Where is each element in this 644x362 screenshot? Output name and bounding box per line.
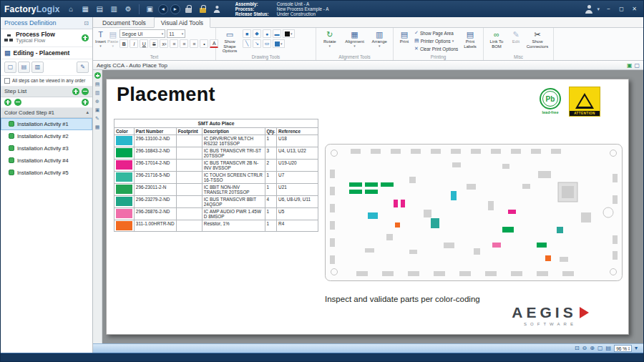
release-lock-button[interactable]	[197, 3, 209, 15]
edit-document-button[interactable]: ✎	[77, 62, 89, 73]
tab-visual-aid-tools[interactable]: Visual Aid Tools	[154, 17, 210, 28]
show-page-area-button[interactable]: ✓ Show Page Area	[414, 29, 459, 36]
process-flow-row[interactable]: Process Flow Typical Flow	[1, 29, 92, 47]
add-group-icon[interactable]	[82, 99, 89, 106]
check-icon: ✓	[414, 30, 419, 36]
zoom-in-icon[interactable]: ⊕	[590, 346, 595, 351]
add-step-icon[interactable]	[72, 88, 79, 95]
layers-tool-button[interactable]: ▥	[95, 89, 100, 96]
insert-text-button[interactable]: T Insert ▾	[95, 29, 106, 54]
link-to-bom-button[interactable]: ∞ Link To BOM	[486, 29, 507, 54]
new-document-button[interactable]: ▢	[4, 62, 16, 73]
list-item-installation-activity-4[interactable]: Installation Activity #4	[1, 155, 92, 167]
zoom-out-icon[interactable]: ⊖	[582, 346, 587, 351]
strikethrough-button[interactable]: S	[150, 39, 158, 48]
image-view-button[interactable]: ▣	[627, 62, 633, 69]
edit-pencil-icon: ✎	[512, 29, 519, 39]
draw-line-tool[interactable]: ╲	[243, 39, 251, 48]
font-name-select[interactable]: Segoe UI ▾	[119, 29, 165, 38]
draw-rect-tool[interactable]: ▭	[263, 39, 271, 48]
restore-button[interactable]: ◻	[616, 4, 627, 14]
settings-button[interactable]: ⚙	[122, 3, 135, 15]
pin-icon[interactable]: ⊡	[84, 20, 89, 26]
grid-tool-button[interactable]: ▦	[95, 124, 100, 130]
close-button[interactable]: ✕	[629, 4, 640, 14]
alignment-button[interactable]: ▦ Alignment ▾	[343, 29, 367, 54]
arrange-button[interactable]: ▥ Arrange ▾	[368, 29, 391, 54]
forward-button[interactable]: ▸	[170, 4, 180, 14]
bullet-list-button[interactable]: •	[200, 39, 208, 48]
step-group-header[interactable]: Color Coded Step #1 ▴	[1, 108, 92, 118]
zoom-menu-caret-icon[interactable]: ▾	[635, 346, 638, 351]
editing-placement-row[interactable]: ▤ Editing - Placement	[1, 47, 92, 59]
draw-square-tool[interactable]: ■	[243, 29, 251, 38]
fill-color-picker[interactable]: ▾	[273, 39, 285, 48]
align-left-button[interactable]: ≡	[170, 39, 178, 48]
list-item-installation-activity-1[interactable]: Installation Activity #1	[1, 118, 92, 130]
tab-document-tools[interactable]: Document Tools	[96, 18, 152, 27]
show-connectors-button[interactable]: ✂ Show Connectors	[525, 29, 550, 54]
collapse-caret-icon[interactable]: ▴	[86, 109, 89, 115]
page-view-button[interactable]: ▢	[634, 62, 640, 69]
remove-step-icon[interactable]	[82, 88, 89, 95]
list-item-installation-activity-2[interactable]: Installation Activity #2	[1, 130, 92, 142]
clear-print-options-button[interactable]: ✕ Clear Print Options	[414, 45, 459, 52]
italic-button[interactable]: I	[130, 39, 138, 48]
user-menu-caret-icon[interactable]: ▾	[597, 6, 600, 12]
image-tool-button[interactable]: ▣	[95, 107, 100, 113]
user-avatar-icon[interactable]	[585, 5, 593, 14]
paste-button[interactable]: ▤ Paste ▾	[107, 29, 118, 54]
printer-options-button[interactable]: ▤ Printer Options ▾	[414, 37, 459, 44]
zoom-tool-button[interactable]: ⊕	[95, 98, 99, 104]
document-page[interactable]: Placement Pb lead-free ATTENTION	[106, 79, 629, 335]
draw-diamond-tool[interactable]: ◆	[253, 29, 261, 38]
documents-button[interactable]: ▤	[94, 3, 106, 15]
fit-width-icon[interactable]: ▤	[606, 346, 612, 351]
steps-order-checkbox[interactable]	[4, 78, 10, 84]
zoom-spinner[interactable]: ▴ ▾	[628, 346, 630, 351]
underline-button[interactable]: U	[140, 39, 148, 48]
draw-circle-tool[interactable]: ●	[263, 29, 271, 38]
align-center-button[interactable]: ≡	[180, 39, 188, 48]
fit-page-icon[interactable]: ▢	[597, 346, 603, 351]
list-item-installation-activity-3[interactable]: Installation Activity #3	[1, 142, 92, 155]
draw-bar-tool[interactable]: ▬	[273, 29, 281, 38]
open-document-button[interactable]: ▤	[18, 62, 30, 73]
draw-arrow-tool[interactable]: ↘	[253, 39, 261, 48]
back-button[interactable]: ◂	[158, 4, 168, 14]
home-button[interactable]: ⌂	[65, 3, 77, 15]
minimize-button[interactable]: −	[603, 4, 614, 14]
print-labels-button[interactable]: ▤ Print Labels	[460, 29, 480, 54]
show-shape-options-button[interactable]: ▭ Show Shape Options	[218, 29, 241, 54]
pan-icon[interactable]: ⊡	[575, 346, 580, 351]
copy-button[interactable]: ▥	[108, 3, 120, 15]
edit-button[interactable]: ✎ Edit	[509, 29, 523, 54]
remove-activity-icon[interactable]	[14, 99, 21, 106]
bold-button[interactable]: B	[119, 39, 128, 48]
process-definition-panel: Process Definition ⊡ Process Flow Typica…	[1, 17, 93, 353]
dashboard-button[interactable]: ▦	[79, 3, 92, 15]
document-canvas[interactable]: Placement Pb lead-free ATTENTION	[102, 70, 643, 343]
org-chart-button[interactable]	[211, 3, 223, 15]
list-item-installation-activity-5[interactable]: Installation Activity #5	[1, 167, 92, 179]
font-size-select[interactable]: 11 ▾	[167, 29, 185, 38]
add-element-icon[interactable]	[94, 72, 101, 79]
steps-order-option[interactable]: All steps can be viewed in any order	[1, 76, 92, 87]
print-button[interactable]: ▤ Print	[396, 29, 413, 54]
rotate-button[interactable]: ↻ Rotate ▾	[318, 29, 341, 54]
zoom-level-input[interactable]: 96 % ▴ ▾	[614, 345, 632, 352]
lock-button[interactable]	[182, 3, 195, 15]
superscript-button[interactable]: x²	[160, 39, 168, 48]
app-name-part2: Logix	[36, 4, 60, 14]
save-button[interactable]: ▣	[144, 3, 156, 15]
description-cell: IC 8BIT NON-INV TRANSLTR 20TSSOP	[202, 184, 265, 196]
ribbon-group-text: T Insert ▾ ▤ Paste ▾ Segoe UI ▾	[93, 28, 216, 60]
add-flow-icon[interactable]	[82, 34, 89, 41]
add-activity-icon[interactable]	[4, 99, 11, 106]
stroke-color-picker[interactable]: ▾	[283, 29, 295, 38]
annotate-tool-button[interactable]: ✎	[95, 115, 99, 122]
duplicate-document-button[interactable]: ▥	[31, 62, 44, 73]
text-tool-button[interactable]: ▤	[95, 81, 100, 87]
org-person-icon	[213, 5, 220, 12]
align-right-button[interactable]: ≡	[190, 39, 198, 48]
